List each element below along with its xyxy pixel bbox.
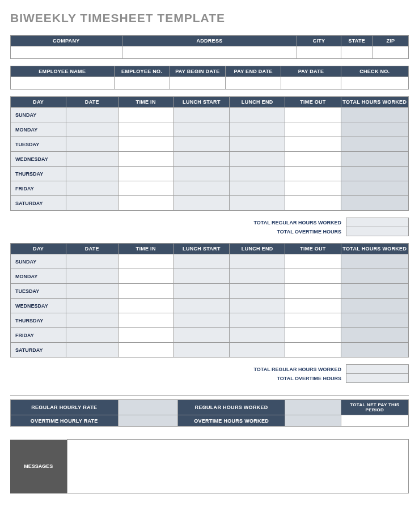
- w2-fri-date[interactable]: [66, 328, 118, 343]
- w2-thu-le[interactable]: [230, 313, 285, 328]
- w1-tue-total[interactable]: [341, 137, 408, 152]
- pay-begin-input[interactable]: [170, 77, 225, 90]
- address-input[interactable]: [122, 46, 297, 59]
- w1-wed-le[interactable]: [230, 152, 285, 167]
- w2-sun-ls[interactable]: [173, 254, 229, 269]
- company-input[interactable]: [11, 46, 122, 59]
- w2-sat-ls[interactable]: [173, 343, 229, 357]
- w1-tue-out[interactable]: [285, 137, 341, 152]
- w1-thu-date[interactable]: [66, 167, 118, 181]
- w2-sun-out[interactable]: [285, 254, 341, 269]
- w2-sun-date[interactable]: [66, 254, 118, 269]
- w1-thu-in[interactable]: [118, 167, 173, 181]
- w2-sat-out[interactable]: [285, 343, 341, 357]
- w2-thu-total[interactable]: [341, 313, 408, 328]
- w1-thu-le[interactable]: [230, 167, 285, 181]
- w1-wed-in[interactable]: [118, 152, 173, 167]
- w2-sun-total[interactable]: [341, 254, 408, 269]
- reg-rate-input[interactable]: [118, 400, 177, 415]
- w2-thu-out[interactable]: [285, 313, 341, 328]
- w1-wed-total[interactable]: [341, 152, 408, 167]
- w1-thu-ls[interactable]: [173, 167, 229, 181]
- w1-tue-date[interactable]: [66, 137, 118, 152]
- w2-tue-date[interactable]: [66, 284, 118, 299]
- w2-mon-out[interactable]: [285, 269, 341, 284]
- w1-tue-le[interactable]: [230, 137, 285, 152]
- w2-tue-le[interactable]: [230, 284, 285, 299]
- w1-sat-total[interactable]: [341, 196, 408, 211]
- employee-no-input[interactable]: [114, 77, 170, 90]
- w2-mon-total[interactable]: [341, 269, 408, 284]
- w2-sat-total[interactable]: [341, 343, 408, 357]
- w2-wed-total[interactable]: [341, 299, 408, 313]
- w1-sun-out[interactable]: [285, 108, 341, 122]
- w2-thu-date[interactable]: [66, 313, 118, 328]
- w2-sat-in[interactable]: [118, 343, 173, 357]
- w2-mon-ls[interactable]: [173, 269, 229, 284]
- w1-wed-date[interactable]: [66, 152, 118, 167]
- w2-wed-out[interactable]: [285, 299, 341, 313]
- w2-regular-value[interactable]: [346, 365, 409, 374]
- w1-fri-date[interactable]: [66, 181, 118, 196]
- w1-wed-out[interactable]: [285, 152, 341, 167]
- w1-sun-in[interactable]: [118, 108, 173, 122]
- w1-sat-le[interactable]: [230, 196, 285, 211]
- w2-tue-total[interactable]: [341, 284, 408, 299]
- w2-wed-ls[interactable]: [173, 299, 229, 313]
- w1-sat-out[interactable]: [285, 196, 341, 211]
- w1-sat-date[interactable]: [66, 196, 118, 211]
- w1-overtime-value[interactable]: [346, 227, 409, 236]
- w2-tue-out[interactable]: [285, 284, 341, 299]
- state-input[interactable]: [341, 46, 373, 59]
- ot-rate-input[interactable]: [118, 415, 177, 427]
- w1-mon-date[interactable]: [66, 122, 118, 137]
- w2-sat-le[interactable]: [230, 343, 285, 357]
- w2-sun-le[interactable]: [230, 254, 285, 269]
- w1-sun-date[interactable]: [66, 108, 118, 122]
- w1-wed-ls[interactable]: [173, 152, 229, 167]
- w1-tue-in[interactable]: [118, 137, 173, 152]
- w2-fri-le[interactable]: [230, 328, 285, 343]
- w1-mon-out[interactable]: [285, 122, 341, 137]
- w2-mon-date[interactable]: [66, 269, 118, 284]
- pay-date-input[interactable]: [281, 77, 341, 90]
- w2-fri-in[interactable]: [118, 328, 173, 343]
- ot-hours-input[interactable]: [285, 415, 341, 427]
- w1-fri-out[interactable]: [285, 181, 341, 196]
- w1-sun-ls[interactable]: [173, 108, 229, 122]
- w1-mon-le[interactable]: [230, 122, 285, 137]
- w1-sat-ls[interactable]: [173, 196, 229, 211]
- w2-fri-total[interactable]: [341, 328, 408, 343]
- reg-hours-input[interactable]: [285, 400, 341, 415]
- w2-sun-in[interactable]: [118, 254, 173, 269]
- w2-tue-in[interactable]: [118, 284, 173, 299]
- w2-fri-ls[interactable]: [173, 328, 229, 343]
- w2-sat-date[interactable]: [66, 343, 118, 357]
- pay-end-input[interactable]: [226, 77, 281, 90]
- w2-mon-le[interactable]: [230, 269, 285, 284]
- w1-sun-le[interactable]: [230, 108, 285, 122]
- w1-thu-total[interactable]: [341, 167, 408, 181]
- w2-mon-in[interactable]: [118, 269, 173, 284]
- w2-wed-in[interactable]: [118, 299, 173, 313]
- w1-fri-ls[interactable]: [173, 181, 229, 196]
- w1-mon-ls[interactable]: [173, 122, 229, 137]
- w1-mon-total[interactable]: [341, 122, 408, 137]
- w2-thu-ls[interactable]: [173, 313, 229, 328]
- w1-tue-ls[interactable]: [173, 137, 229, 152]
- net-pay-value[interactable]: [341, 415, 408, 427]
- w2-overtime-value[interactable]: [346, 374, 409, 383]
- w1-thu-out[interactable]: [285, 167, 341, 181]
- w2-wed-le[interactable]: [230, 299, 285, 313]
- w1-mon-in[interactable]: [118, 122, 173, 137]
- w1-sun-total[interactable]: [341, 108, 408, 122]
- w1-fri-in[interactable]: [118, 181, 173, 196]
- w2-thu-in[interactable]: [118, 313, 173, 328]
- employee-name-input[interactable]: [11, 77, 115, 90]
- w1-sat-in[interactable]: [118, 196, 173, 211]
- check-no-input[interactable]: [341, 77, 408, 90]
- w2-wed-date[interactable]: [66, 299, 118, 313]
- w1-fri-total[interactable]: [341, 181, 408, 196]
- w1-fri-le[interactable]: [230, 181, 285, 196]
- city-input[interactable]: [297, 46, 341, 59]
